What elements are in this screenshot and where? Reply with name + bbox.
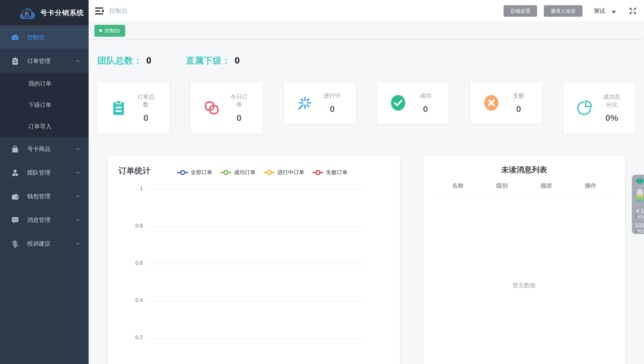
y-axis-tick: 0.2 <box>121 334 143 340</box>
chevron-down-icon <box>75 146 81 152</box>
sidebar-item-complaints[interactable]: 投诉建议 <box>0 232 89 256</box>
legend-label: 失败订单 <box>326 169 348 176</box>
y-axis-tick: 1 <box>121 185 143 192</box>
up-arrow-icon: ⤒ <box>635 214 637 220</box>
legend-item-success-orders[interactable]: 成功订单 <box>221 169 256 176</box>
stat-card-value: 0 <box>135 113 157 123</box>
table-header-divider <box>436 197 613 197</box>
stat-card-value: 0 <box>414 104 436 114</box>
legend-label: 全部订单 <box>191 169 212 176</box>
sidebar-item-orders[interactable]: 订单管理 <box>0 49 89 73</box>
sidebar-collapse-icon[interactable] <box>95 7 104 15</box>
app-logo-header: 号卡分销系统 <box>0 0 89 26</box>
stat-card-value: 0% <box>601 113 622 123</box>
stat-card-in-progress: 进行中 0 <box>283 82 356 124</box>
stat-card-value: 0 <box>508 104 529 114</box>
sidebar-item-sub-orders[interactable]: 下级订单 <box>0 94 89 116</box>
tags-view-bar: 控制台 <box>89 22 644 39</box>
chevron-up-icon <box>75 58 81 64</box>
stat-card-today-orders: 今日订单 0 <box>190 82 263 134</box>
stat-card-success-rate: 成功百分比 0% <box>563 82 636 134</box>
stat-card-success: 成功 0 <box>377 82 450 124</box>
check-circle-icon <box>389 94 407 112</box>
stat-card-total-orders: 订单总数 0 <box>97 82 170 134</box>
y-axis-tick: 0.6 <box>121 260 143 266</box>
sidebar-submenu-orders: 我的订单 下级订单 订单导入 <box>0 73 89 137</box>
stat-card-value: 0 <box>228 113 250 123</box>
sidebar-item-label: 团队管理 <box>27 169 75 176</box>
sidebar-item-dashboard[interactable]: 控制台 <box>0 26 89 49</box>
message-icon <box>11 216 20 224</box>
breadcrumb: 控制台 <box>109 7 128 15</box>
team-total-value: 0 <box>146 55 151 66</box>
legend-marker-icon <box>312 172 323 173</box>
sidebar-item-label: 号卡商品 <box>27 145 75 153</box>
column-header-level: 级别 <box>480 182 524 190</box>
app-logo-cloud-icon <box>19 6 35 19</box>
main-area: 控制台 店铺设置 邀请人信息 测试 控制台 团队总数： 0 <box>89 0 644 364</box>
tag-active-dot-icon <box>99 29 102 32</box>
messages-table-header: 名称 级别 描述 操作 <box>436 182 613 190</box>
legend-marker-icon <box>264 172 275 173</box>
shop-settings-button[interactable]: 店铺设置 <box>504 5 537 17</box>
legend-item-inprogress-orders[interactable]: 进行中订单 <box>264 169 304 176</box>
dashboard-content: 团队总数： 0 直属下级： 0 订单总数 0 <box>89 55 644 364</box>
legend-item-all-orders[interactable]: 全部订单 <box>177 169 212 176</box>
submenu-item-label: 下级订单 <box>28 101 52 109</box>
sidebar-item-team[interactable]: 团队管理 <box>0 161 89 184</box>
messages-panel-title: 未读消息列表 <box>423 165 625 175</box>
wallet-icon <box>11 192 20 201</box>
sidebar-item-order-import[interactable]: 订单导入 <box>0 116 89 137</box>
down-arrow-icon: ⤓ <box>635 228 637 234</box>
sidebar-item-label: 钱包管理 <box>27 192 75 200</box>
legend-item-failed-orders[interactable]: 失败订单 <box>312 169 348 176</box>
sidebar-item-my-orders[interactable]: 我的订单 <box>0 73 89 94</box>
download-speed: 131 ⤓K/s <box>635 222 644 234</box>
pie-chart-icon <box>576 99 593 116</box>
chevron-down-icon <box>75 217 81 223</box>
chevron-down-icon <box>75 241 81 246</box>
divider <box>635 204 644 204</box>
sidebar-item-messages[interactable]: 消息管理 <box>0 208 89 232</box>
empty-state-text: 暂无数据 <box>423 282 625 289</box>
status-dot-icon <box>636 178 644 184</box>
clipboard-icon <box>110 99 127 116</box>
stat-card-failed: 失败 0 <box>470 82 543 124</box>
legend-label: 成功订单 <box>234 169 256 176</box>
unread-messages-panel: 未读消息列表 名称 级别 描述 操作 暂无数据 <box>423 156 625 364</box>
gridline <box>146 189 364 190</box>
order-statistics-chart: 订单统计 全部订单 成功订单 进行中订单 <box>108 156 400 364</box>
speed-gauge-slider[interactable] <box>637 189 643 202</box>
divider <box>635 186 644 186</box>
column-header-name: 名称 <box>436 182 480 190</box>
caret-down-icon[interactable] <box>611 11 616 14</box>
shopping-bag-icon <box>11 145 20 153</box>
legend-marker-icon <box>221 172 231 173</box>
column-header-description: 描述 <box>524 182 568 190</box>
user-menu[interactable]: 测试 <box>594 7 605 15</box>
stat-card-title: 成功 <box>419 92 431 99</box>
sidebar-item-label: 控制台 <box>27 34 81 41</box>
spinner-icon <box>296 94 314 112</box>
submenu-item-label: 订单导入 <box>28 122 52 130</box>
submenu-item-label: 我的订单 <box>28 80 52 88</box>
download-speed-value: 131 <box>635 222 644 228</box>
sidebar-item-card-products[interactable]: 号卡商品 <box>0 137 89 161</box>
fullscreen-icon[interactable] <box>629 7 637 15</box>
guide-signpost-icon <box>11 240 20 248</box>
sidebar-item-wallet[interactable]: 钱包管理 <box>0 184 89 208</box>
sidebar-item-label: 消息管理 <box>27 216 75 224</box>
topbar: 控制台 店铺设置 邀请人信息 测试 <box>89 0 644 22</box>
stat-card-value: 0 <box>321 104 343 114</box>
stat-cards-row: 订单总数 0 今日订单 0 <box>97 82 635 134</box>
app-title: 号卡分销系统 <box>40 8 84 18</box>
y-axis-tick: 0.8 <box>121 222 143 229</box>
x-circle-icon <box>483 94 500 112</box>
download-speed-unit: K/s <box>638 228 644 234</box>
network-speed-widget[interactable]: 4.1 ⤒K/s 131 ⤓K/s <box>632 175 644 234</box>
inviter-info-button[interactable]: 邀请人信息 <box>544 5 582 17</box>
stat-card-title: 失败 <box>513 92 524 99</box>
tag-dashboard[interactable]: 控制台 <box>94 25 125 37</box>
upload-speed-value: 4.1 <box>635 208 644 214</box>
chart-title: 订单统计 <box>118 166 151 176</box>
